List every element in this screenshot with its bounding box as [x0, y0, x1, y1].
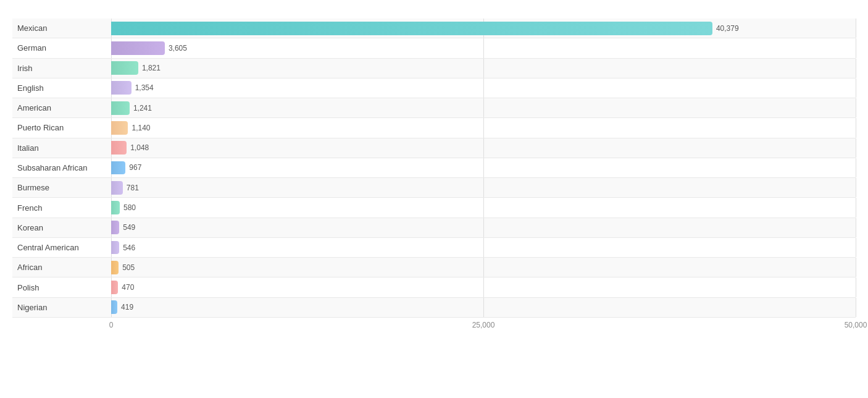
bar-fill	[111, 141, 127, 155]
bar-value: 470	[122, 283, 134, 292]
bar-track: 1,048	[111, 138, 856, 158]
bar-row: African505	[12, 258, 856, 277]
bar-row: Subsaharan African967	[12, 158, 856, 178]
grid-line	[856, 118, 856, 137]
grid-line	[856, 138, 856, 158]
bar-row: American1,241	[12, 98, 856, 118]
bar-row: German3,605	[12, 38, 856, 58]
bar-value: 419	[121, 303, 133, 311]
bar-fill	[111, 101, 130, 115]
bar-track: 1,140	[111, 118, 856, 137]
bar-label: Korean	[12, 223, 111, 232]
grid-line	[483, 78, 484, 98]
bar-value: 1,048	[130, 143, 149, 152]
grid-line	[856, 59, 856, 78]
bar-track: 419	[111, 298, 856, 317]
bar-row: Mexican40,379	[12, 19, 856, 38]
bar-track: 546	[111, 238, 856, 257]
grid-line	[856, 258, 856, 277]
bar-value: 40,379	[716, 24, 739, 33]
bar-fill	[111, 181, 123, 195]
bar-value: 505	[122, 263, 135, 272]
x-axis-tick: 0	[109, 321, 114, 329]
grid-line	[856, 38, 856, 57]
bar-row: Nigerian419	[12, 298, 856, 318]
grid-line	[483, 59, 484, 78]
x-axis: 025,00050,000	[111, 318, 856, 342]
bar-fill	[111, 121, 128, 135]
bar-value: 781	[127, 184, 139, 192]
bar-label: Burmese	[12, 183, 111, 192]
bar-value: 546	[123, 243, 135, 252]
grid-line	[856, 298, 856, 317]
bar-fill	[111, 261, 119, 274]
grid-line	[856, 98, 856, 117]
bar-fill	[111, 22, 712, 35]
bar-fill	[111, 61, 138, 75]
x-axis-tick: 50,000	[845, 321, 867, 329]
bar-track: 549	[111, 218, 856, 237]
bar-value: 1,354	[135, 83, 154, 92]
grid-line	[856, 158, 856, 177]
bar-track: 1,354	[111, 78, 856, 98]
bar-fill	[111, 281, 118, 294]
grid-line	[483, 178, 484, 197]
grid-line	[483, 238, 484, 257]
bar-fill	[111, 41, 165, 55]
bar-track: 580	[111, 198, 856, 217]
bar-row: French580	[12, 198, 856, 218]
bar-label: Mexican	[12, 23, 111, 33]
bar-value: 3,605	[169, 44, 187, 53]
bar-track: 1,821	[111, 59, 856, 78]
chart-area: Mexican40,379German3,605Irish1,821Englis…	[12, 19, 856, 342]
bar-label: Italian	[12, 143, 111, 153]
bar-row: Central American546	[12, 238, 856, 258]
bar-label: German	[12, 43, 111, 53]
bar-fill	[111, 300, 117, 314]
bar-value: 549	[123, 223, 135, 232]
bar-value: 967	[129, 163, 141, 172]
bar-track: 505	[111, 258, 856, 277]
bar-fill	[111, 241, 119, 255]
grid-line	[856, 178, 856, 197]
bar-label: Irish	[12, 64, 111, 73]
bar-track: 1,241	[111, 98, 856, 117]
bar-row: Italian1,048	[12, 138, 856, 158]
bar-label: Subsaharan African	[12, 163, 111, 172]
grid-line	[483, 38, 484, 57]
bar-fill	[111, 201, 120, 214]
bar-track: 40,379	[111, 19, 856, 38]
grid-line	[856, 78, 856, 98]
bar-value: 1,140	[131, 124, 150, 132]
chart-container: Mexican40,379German3,605Irish1,821Englis…	[0, 0, 868, 398]
bar-value: 1,241	[133, 104, 152, 112]
bar-track: 3,605	[111, 38, 856, 57]
bar-label: Nigerian	[12, 303, 111, 312]
bar-row: Burmese781	[12, 178, 856, 198]
grid-line	[856, 277, 856, 297]
grid-line	[483, 298, 484, 317]
grid-line	[856, 19, 856, 38]
grid-line	[483, 277, 484, 297]
bar-track: 781	[111, 178, 856, 197]
bar-value: 1,821	[142, 64, 161, 72]
bar-row: Puerto Rican1,140	[12, 118, 856, 138]
bar-value: 580	[123, 203, 136, 212]
grid-line	[856, 198, 856, 217]
grid-line	[483, 138, 484, 158]
bar-fill	[111, 81, 131, 95]
grid-line	[483, 118, 484, 137]
bar-label: French	[12, 203, 111, 213]
bar-label: African	[12, 263, 111, 272]
bar-label: Polish	[12, 283, 111, 292]
grid-line	[483, 218, 484, 237]
grid-line	[483, 98, 484, 117]
bar-track: 967	[111, 158, 856, 177]
grid-line	[483, 258, 484, 277]
grid-line	[483, 198, 484, 217]
bar-row: English1,354	[12, 78, 856, 98]
bar-row: Irish1,821	[12, 59, 856, 78]
grid-line	[856, 218, 856, 237]
bar-track: 470	[111, 277, 856, 297]
x-axis-tick: 25,000	[472, 321, 495, 329]
